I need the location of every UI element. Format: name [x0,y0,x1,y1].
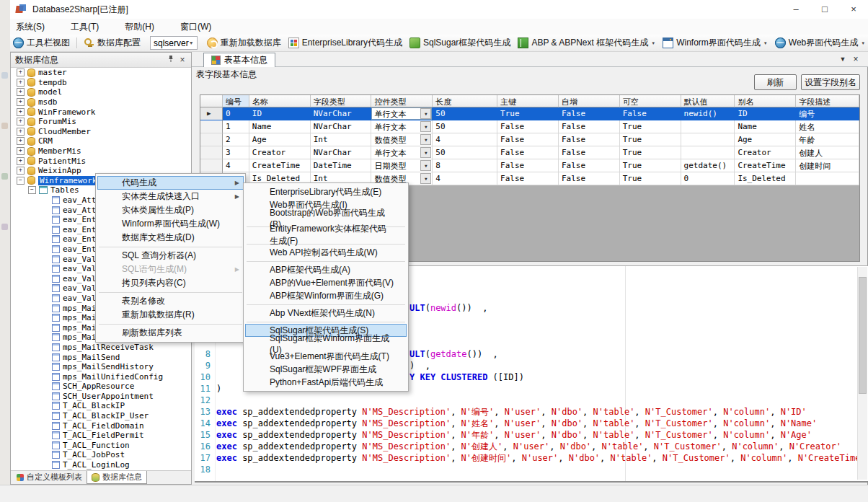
grid-cell[interactable]: False [620,107,681,120]
toolbar-button[interactable]: 工具栏视图 [9,35,74,50]
grid-cell[interactable]: CreateTime [249,159,311,172]
context-menu-item[interactable]: 重新加载数据库(R) [97,308,244,322]
tree-item-database[interactable]: +master [11,68,191,78]
grid-cell[interactable]: Is_Deleted [735,172,796,185]
pin-icon[interactable] [165,54,177,66]
minimize-button[interactable]: – [781,0,810,19]
context-menu-item[interactable]: 拷贝列表内容(C) [97,276,244,290]
tree-item-table[interactable]: mps_MailSendHistory [11,362,191,372]
tree-expand-toggle[interactable]: + [17,79,25,87]
grid-cell[interactable]: True [620,146,681,159]
grid-cell[interactable]: 单行文本▼ [371,107,433,120]
tree-expand-toggle[interactable]: + [17,167,25,175]
context-menu-item[interactable]: 数据库文档生成(D) [97,231,244,245]
tree-expand-toggle[interactable]: + [17,137,25,145]
grid-cell[interactable] [681,133,735,146]
code-gen-submenu-item[interactable]: EntityFramework实体框架代码生成(F) [245,229,407,242]
grid-row-header[interactable] [200,146,223,159]
tree-expand-toggle[interactable]: + [17,147,25,155]
grid-cell[interactable]: Name [735,120,796,133]
refresh-button[interactable]: 刷新 [754,74,797,90]
tab-table-basic-info[interactable]: 表基本信息 [203,53,275,67]
table-row[interactable]: 2AgeInt数值类型▼4FalseFalseTrueAge年龄 [200,133,859,146]
tree-item-table[interactable]: T_ACL_FieldPermit [11,431,191,441]
grid-cell[interactable]: 50 [433,107,497,120]
grid-column-header[interactable]: 默认值 [681,95,735,107]
grid-cell[interactable]: False [559,120,620,133]
grid-cell[interactable]: ID [249,107,311,120]
tree-expand-toggle[interactable]: + [17,157,25,165]
grid-cell[interactable]: False [497,172,559,185]
code-gen-submenu-item[interactable]: Vue3+Element界面代码生成(T) [245,350,407,363]
grid-cell[interactable]: Creator [249,146,311,159]
grid-cell[interactable]: DateTime [311,159,372,172]
grid-cell[interactable]: Name [249,120,311,133]
code-vertical-scrollbar[interactable] [857,267,867,480]
close-button[interactable]: × [839,0,868,19]
panel-close-icon[interactable]: × [177,54,188,66]
combo-dropdown-button[interactable]: ▼ [420,173,431,184]
grid-column-header[interactable]: 控件类型 [371,95,433,107]
tree-item-database[interactable]: +ForumMis [11,117,191,127]
grid-column-header[interactable]: 可空 [620,95,681,107]
combo-dropdown-button[interactable]: ▼ [420,134,431,145]
context-menu-item[interactable]: 实体类属性生成(P) [97,203,244,217]
code-gen-submenu-item[interactable]: ABP框架Winform界面生成(G) [245,289,407,302]
tab-list-dropdown-icon[interactable]: ▼ [836,53,849,65]
grid-cell[interactable]: getdate() [681,159,735,172]
tree-item-database[interactable]: +MemberMis [11,146,191,157]
grid-cell[interactable]: 单行文本▼ [371,146,433,159]
grid-cell[interactable] [681,146,735,159]
grid-cell[interactable]: 50 [433,146,497,159]
toolbar-button[interactable]: Web界面代码生成▼ [771,35,868,50]
grid-cell[interactable]: 4 [433,172,497,185]
combo-dropdown-button[interactable]: ▼ [420,147,431,158]
grid-cell[interactable]: 8 [433,159,497,172]
grid-cell[interactable]: 50 [433,120,497,133]
grid-cell[interactable]: False [559,159,620,172]
grid-cell[interactable] [796,172,859,185]
code-gen-submenu-item[interactable]: ABP的Vue+Element界面代码(V) [245,276,407,289]
grid-cell[interactable]: False [559,172,620,185]
grid-cell[interactable]: newid() [681,107,735,120]
grid-row-header[interactable] [200,133,223,146]
grid-cell[interactable]: False [497,159,559,172]
context-menu-item[interactable]: 刷新数据库列表 [97,326,244,340]
grid-cell[interactable] [681,120,735,133]
toolbar-button[interactable]: Winform界面代码生成▼ [659,35,771,50]
menubar-item[interactable]: 工具(T) [61,21,109,33]
grid-cell[interactable]: False [497,146,559,159]
grid-cell[interactable]: 0 [223,107,249,120]
tree-item-database[interactable]: +CloudMember [11,127,191,137]
grid-cell[interactable]: 年龄 [796,133,859,146]
tab-close-icon[interactable]: × [849,53,862,65]
code-gen-submenu-item[interactable]: Web API控制器代码生成(W) [245,246,407,259]
grid-cell[interactable]: 1 [223,120,249,133]
grid-cell[interactable]: True [497,107,559,120]
tree-item-table[interactable]: mps_MailReceiveTask [11,343,191,353]
grid-cell[interactable]: ID [735,107,796,120]
tree-item-database[interactable]: +WinFramework [11,107,191,117]
grid-column-header[interactable]: 名称 [249,95,311,107]
code-gen-submenu-item[interactable]: SqlSugar框架WPF界面生成 [245,363,407,376]
tree-expand-toggle[interactable]: + [17,69,25,76]
toolbar-button[interactable]: 数据库配置 [80,35,144,50]
code-gen-submenu-item[interactable]: Abp VNext框架代码生成(N) [245,307,407,320]
grid-row-header[interactable]: ▶ [200,107,223,120]
grid-cell[interactable]: 姓名 [796,120,859,133]
tree-item-table[interactable]: T_ACL_BlackIP [11,401,191,411]
tree-item-table[interactable]: T_ACL_FieldDomain [11,420,191,431]
combo-dropdown-button[interactable]: ▼ [420,108,431,119]
grid-cell[interactable]: True [620,120,681,133]
grid-cell[interactable]: 创建时间 [796,159,859,172]
code-gen-submenu-item[interactable]: SqlSugar框架Winform界面生成(U) [245,337,407,350]
grid-cell[interactable]: True [620,133,681,146]
tree-item-table[interactable]: mps_MailSend [11,352,191,362]
grid-cell[interactable]: NVarChar [311,120,372,133]
menubar-item[interactable]: 系统(S) [6,21,55,33]
tree-expand-toggle[interactable]: − [28,186,36,194]
tree-item-table[interactable]: mps_MailUnifiedConfig [11,371,191,382]
code-gen-submenu-item[interactable]: Python+FastApi后端代码生成 [245,376,407,389]
dock-tab-database-info[interactable]: 数据库信息 [87,471,147,484]
context-menu-item[interactable]: 表别名修改 [97,294,244,308]
